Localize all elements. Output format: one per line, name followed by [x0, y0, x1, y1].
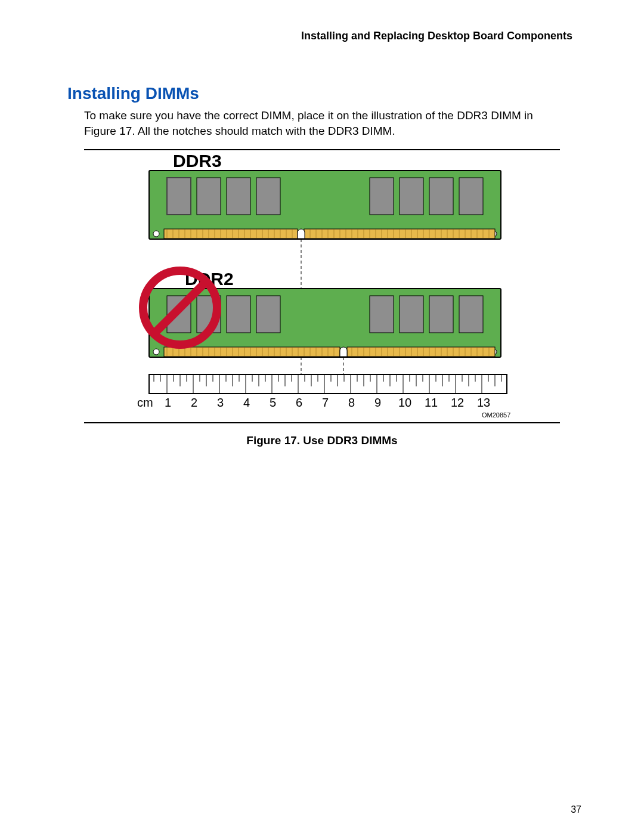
svg-rect-74	[370, 296, 394, 333]
svg-rect-8	[370, 178, 394, 215]
svg-rect-75	[400, 296, 423, 333]
svg-rect-73	[256, 296, 280, 333]
svg-rect-6	[227, 178, 250, 215]
ruler-tick-3: 3	[217, 396, 224, 409]
ruler-tick-9: 9	[374, 396, 381, 409]
ruler-tick-8: 8	[348, 396, 355, 409]
ruler-tick-13: 13	[477, 396, 490, 409]
ruler-tick-1: 1	[165, 396, 171, 409]
page-number: 37	[571, 804, 581, 815]
svg-rect-7	[256, 178, 280, 215]
svg-rect-78	[164, 347, 340, 357]
ruler-tick-2: 2	[191, 396, 197, 409]
ruler-tick-4: 4	[243, 396, 250, 409]
ddr3-label: DDR3	[173, 153, 222, 171]
ddr3-module	[149, 171, 501, 239]
ruler: cm 1 2 3 4 5 6 7 8 9 10 11 12 13	[137, 374, 507, 409]
intro-paragraph: To make sure you have the correct DIMM, …	[84, 108, 567, 138]
illustration-id: OM20857	[482, 411, 510, 419]
ruler-tick-11: 11	[425, 396, 438, 409]
ruler-tick-10: 10	[398, 396, 411, 409]
dimm-illustration: DDR3	[131, 153, 513, 421]
figure-caption: Figure 17. Use DDR3 DIMMs	[57, 434, 587, 447]
svg-rect-76	[429, 296, 453, 333]
svg-rect-3	[167, 178, 191, 215]
ruler-tick-5: 5	[270, 396, 276, 409]
svg-rect-5	[197, 178, 221, 215]
ruler-unit-label: cm	[137, 396, 153, 409]
svg-rect-72	[227, 296, 250, 333]
section-heading: Installing DIMMs	[67, 84, 577, 103]
svg-rect-135	[149, 374, 507, 394]
ruler-tick-6: 6	[296, 396, 302, 409]
svg-rect-12	[164, 229, 298, 239]
ruler-tick-12: 12	[451, 396, 464, 409]
svg-rect-11	[459, 178, 483, 215]
ddr2-module	[149, 289, 501, 357]
svg-rect-77	[459, 296, 483, 333]
running-header: Installing and Replacing Desktop Board C…	[57, 30, 587, 42]
svg-point-1	[153, 231, 159, 237]
svg-rect-79	[347, 347, 495, 357]
svg-rect-9	[400, 178, 423, 215]
svg-point-68	[153, 349, 159, 355]
ruler-tick-7: 7	[322, 396, 329, 409]
svg-rect-10	[429, 178, 453, 215]
figure-container: DDR3	[84, 149, 560, 423]
